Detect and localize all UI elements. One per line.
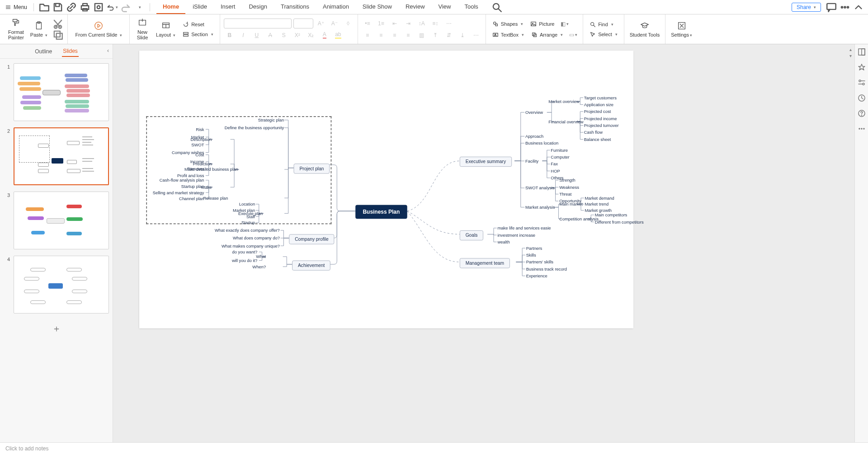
feedback-icon[interactable]: [826, 1, 837, 13]
slide-thumbnail-1[interactable]: [14, 63, 109, 121]
leaf[interactable]: Market demand: [585, 196, 614, 200]
leaf[interactable]: Fax: [551, 162, 558, 166]
leaf[interactable]: SWOT: [191, 142, 204, 147]
leaf[interactable]: Profit and loss: [177, 173, 204, 178]
node-management-team[interactable]: Management team: [460, 258, 510, 268]
ribbon-tab-home[interactable]: Home: [156, 0, 185, 14]
mindmap-center-node[interactable]: Business Plan: [355, 205, 407, 219]
leaf[interactable]: What: [256, 254, 266, 259]
history-icon[interactable]: [858, 94, 866, 102]
leaf[interactable]: SWOT analysis: [525, 186, 555, 190]
leaf[interactable]: wealth: [498, 239, 510, 244]
section-button[interactable]: Section▾: [180, 30, 216, 39]
leaf[interactable]: Approach: [525, 134, 543, 138]
leaf[interactable]: Strength: [559, 178, 576, 183]
leaf[interactable]: HOP: [551, 168, 560, 173]
leaf[interactable]: Risk: [196, 127, 204, 131]
leaf[interactable]: Projected cost: [584, 109, 611, 114]
ribbon-tab-review[interactable]: Review: [399, 0, 431, 14]
notes-area[interactable]: Click to add notes: [0, 442, 868, 454]
leaf[interactable]: Computer: [551, 155, 569, 159]
leaf[interactable]: Market trend: [585, 202, 609, 206]
leaf[interactable]: Cost: [195, 152, 204, 157]
slide-thumbnail-2[interactable]: [14, 127, 109, 185]
ribbon-tab-view[interactable]: View: [432, 0, 458, 14]
leaf[interactable]: What makes company unique?: [222, 243, 280, 248]
leaf[interactable]: Market: [191, 135, 204, 139]
leaf[interactable]: investment increase: [498, 233, 536, 237]
student-tools-button[interactable]: Student Tools: [628, 20, 661, 38]
leaf[interactable]: Channel plan: [179, 197, 204, 201]
textbox-button[interactable]: ATextBox▾: [490, 30, 527, 40]
favorites-icon[interactable]: [858, 63, 866, 71]
leaf[interactable]: do you want?: [232, 250, 257, 254]
new-slide-button[interactable]: New Slide: [133, 17, 151, 41]
help-icon[interactable]: [858, 109, 866, 117]
select-button[interactable]: Select▾: [587, 30, 620, 39]
shapes-button[interactable]: Shapes▾: [490, 19, 526, 29]
leaf[interactable]: Startup plan: [181, 184, 204, 188]
font-size-select[interactable]: [293, 19, 313, 28]
settings-button[interactable]: Settings▾: [669, 20, 694, 39]
qat-dropdown-icon[interactable]: ▾: [133, 1, 145, 13]
leaf[interactable]: Market overview: [548, 99, 579, 104]
leaf[interactable]: Main competitors: [595, 213, 627, 217]
leaf[interactable]: Target customers: [584, 95, 617, 100]
leaf[interactable]: Market growth: [585, 208, 612, 212]
more-pane-icon[interactable]: [858, 125, 866, 133]
picture-button[interactable]: Picture: [528, 19, 557, 29]
leaf[interactable]: make life and services easie: [498, 226, 551, 230]
from-current-slide-button[interactable]: From Current Slide ▾: [71, 20, 126, 39]
leaf[interactable]: Weakness: [559, 185, 579, 189]
leaf[interactable]: When?: [252, 264, 266, 269]
leaf[interactable]: What exactly does company offer?: [215, 228, 280, 233]
search-icon[interactable]: [491, 1, 503, 13]
copy-icon[interactable]: [52, 30, 64, 40]
vertical-scrollbar[interactable]: ▴ ▾: [847, 47, 854, 440]
scroll-down-icon[interactable]: ▾: [847, 53, 854, 60]
leaf[interactable]: Application size: [584, 102, 613, 107]
leaf[interactable]: Partners: [526, 246, 542, 250]
leaf[interactable]: Release plan: [203, 196, 228, 200]
ribbon-tab-islide[interactable]: iSlide: [186, 0, 213, 14]
leaf[interactable]: will you do it?: [232, 258, 257, 262]
ribbon-tab-tools[interactable]: Tools: [458, 0, 484, 14]
redo-icon[interactable]: [120, 1, 132, 13]
paste-button[interactable]: Paste ▾: [28, 20, 49, 39]
collapse-ribbon-icon[interactable]: [853, 1, 864, 13]
share-button[interactable]: Share▾: [792, 3, 821, 12]
link-icon[interactable]: [66, 1, 77, 13]
node-achievement[interactable]: Achievement: [292, 261, 330, 271]
open-icon[interactable]: [38, 1, 50, 13]
add-slide-button[interactable]: ＋: [4, 320, 109, 340]
settings-pane-icon[interactable]: [858, 79, 866, 87]
node-executive-summary[interactable]: Executive summary: [460, 157, 512, 167]
slide-thumbnail-4[interactable]: [14, 256, 109, 314]
leaf[interactable]: What does company do?: [233, 236, 280, 240]
node-company-profile[interactable]: Company profile: [289, 234, 334, 244]
scroll-up-icon[interactable]: ▴: [847, 47, 854, 53]
leaf[interactable]: Business track record: [526, 267, 567, 271]
node-project-plan[interactable]: Project plan: [294, 164, 330, 173]
leaf[interactable]: Partners' skills: [526, 260, 553, 264]
leaf[interactable]: Business location: [525, 141, 558, 145]
ribbon-tab-transitions[interactable]: Transitions: [274, 0, 316, 14]
properties-pane-icon[interactable]: [858, 48, 866, 56]
leaf[interactable]: Staff: [246, 214, 255, 219]
shape-fill-icon[interactable]: ◧▾: [559, 19, 571, 29]
leaf[interactable]: Strategic plan: [258, 118, 284, 122]
slide-thumbnail-3[interactable]: [14, 192, 109, 249]
find-button[interactable]: Find▾: [587, 20, 616, 29]
shape-outline-icon[interactable]: ▭▾: [567, 30, 579, 40]
leaf[interactable]: Main market: [559, 202, 583, 206]
more-icon[interactable]: [839, 1, 851, 13]
leaf[interactable]: Define the business opportunity: [225, 126, 284, 130]
leaf[interactable]: Overview: [525, 110, 543, 115]
slides-tab[interactable]: Slides: [62, 46, 79, 57]
ribbon-tab-animation[interactable]: Animation: [316, 0, 355, 14]
leaf[interactable]: Furniture: [551, 148, 568, 152]
arrange-button[interactable]: Arrange▾: [528, 30, 566, 40]
save-icon[interactable]: [52, 1, 64, 13]
leaf[interactable]: Different from competitors: [595, 220, 644, 224]
format-painter-button[interactable]: Format Painter: [6, 17, 26, 41]
